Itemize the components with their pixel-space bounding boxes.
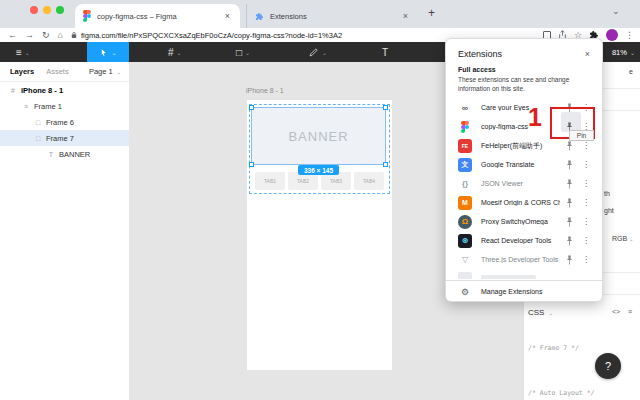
selection-handle[interactable] [383, 162, 388, 167]
layer-row-frame1[interactable]: ≡ Frame 1 [0, 98, 129, 114]
pin-button[interactable] [560, 194, 578, 212]
selection-handle[interactable] [383, 105, 388, 110]
reload-icon[interactable]: ↻ [42, 30, 50, 40]
home-icon[interactable]: ⌂ [58, 30, 63, 40]
pin-icon [565, 178, 574, 190]
tab-figma[interactable]: copy-figma-css – Figma × [75, 4, 240, 28]
layers-panel: Layers Assets Page 1 ⌄ # iPhone 8 - 1 ≡ … [0, 62, 130, 400]
clipped-extension-name [481, 275, 536, 280]
pin-tooltip: Pin [569, 130, 594, 141]
manage-extensions-button[interactable]: ⚙ Manage Extensions [446, 281, 602, 302]
css-section-header[interactable]: CSS ⌄ [528, 308, 553, 317]
color-mode-selector[interactable]: RGB ⌄ [612, 235, 633, 242]
layer-label: BANNER [59, 150, 90, 159]
puzzle-icon [255, 12, 264, 21]
tab1-element[interactable]: TAB1 [255, 172, 285, 190]
pin-button[interactable] [560, 175, 578, 193]
extension-name: Moesif Origin & CORS Changer [481, 199, 560, 206]
page-selector-label: Page 1 [89, 67, 113, 76]
full-access-description: These extensions can see and change info… [458, 76, 590, 93]
extension-menu-icon[interactable]: ⋮ [580, 255, 592, 264]
extension-menu-icon[interactable]: ⋮ [580, 217, 592, 226]
extension-row-switchyomega[interactable]: Ω Proxy SwitchyOmega ⋮ [446, 212, 602, 231]
css-comment: /* Frame 7 */ [528, 344, 579, 352]
frame-icon: □ [33, 119, 43, 126]
pin-icon [565, 159, 574, 171]
extension-row-moesif[interactable]: M Moesif Origin & CORS Changer ⋮ [446, 193, 602, 212]
back-icon[interactable]: ← [8, 30, 17, 40]
window-close-button[interactable] [30, 6, 38, 14]
pin-icon [565, 254, 574, 266]
extension-menu-icon[interactable]: ⋮ [580, 198, 592, 207]
layer-row-banner[interactable]: T BANNER [0, 146, 129, 162]
browser-menu-icon[interactable]: ⋮ [625, 30, 634, 40]
extension-name: Google Translate [481, 161, 560, 168]
tab-extensions[interactable]: Extensions × [246, 4, 418, 28]
extension-name: copy-figma-css [481, 123, 560, 130]
window-minimize-button[interactable] [43, 6, 51, 14]
switchyomega-icon: Ω [458, 215, 472, 229]
page-selector[interactable]: Page 1 ⌄ [89, 67, 121, 76]
fehelper-icon: FE [458, 139, 472, 153]
pin-button[interactable] [560, 156, 578, 174]
text-tool-button[interactable]: T [382, 42, 388, 62]
new-tab-button[interactable]: + [428, 7, 435, 19]
layer-label: Frame 7 [46, 134, 74, 143]
url-text: figma.com/file/nPxSPQCXCXsaZqEbF0oCzA/co… [81, 31, 342, 40]
code-view-icon[interactable]: <> [612, 308, 620, 315]
extension-menu-icon[interactable]: ⋮ [580, 141, 592, 150]
extension-row-threejs-devtools[interactable]: ▽ Three.js Developer Tools ⋮ [446, 250, 602, 269]
layer-row-frame7[interactable]: □ Frame 7 [0, 130, 129, 146]
frame-tool-button[interactable]: # ⌄ [168, 42, 182, 62]
close-tab-icon[interactable]: × [223, 11, 232, 21]
layer-row-frame6[interactable]: □ Frame 6 [0, 114, 129, 130]
layer-label: Frame 1 [34, 102, 62, 111]
text-layer-icon: T [46, 151, 56, 158]
window-zoom-button[interactable] [56, 6, 64, 14]
selection-handle[interactable] [249, 162, 254, 167]
tab4-element[interactable]: TAB4 [354, 172, 384, 190]
extension-name: FeHelper(前端助手) [481, 141, 560, 151]
figma-icon [83, 10, 91, 22]
chevron-down-icon: ⌄ [245, 49, 250, 56]
frame-title-label[interactable]: iPhone 8 - 1 [246, 87, 284, 94]
pin-button[interactable] [560, 213, 578, 231]
extension-row-react-devtools[interactable]: ⊛ React Developer Tools ⋮ [446, 231, 602, 250]
close-tab-icon[interactable]: × [401, 11, 410, 21]
main-menu-button[interactable]: ≡ ⌄ [16, 42, 30, 62]
pin-button[interactable] [560, 251, 578, 269]
forward-icon[interactable]: → [25, 30, 34, 40]
extension-menu-icon[interactable]: ⋮ [580, 236, 592, 245]
extensions-popup: Extensions × Full access These extension… [445, 38, 603, 302]
extension-menu-icon[interactable]: ⋮ [580, 179, 592, 188]
clipped-height-label: ght [604, 207, 614, 214]
zoom-level-control[interactable]: 81% ⌄ [612, 42, 635, 62]
tab-figma-title: copy-figma-css – Figma [97, 12, 223, 21]
extension-menu-icon[interactable]: ⋮ [580, 160, 592, 169]
tab-assets[interactable]: Assets [46, 67, 69, 76]
address-field[interactable]: figma.com/file/nPxSPQCXCXsaZqEbF0oCzA/co… [71, 30, 342, 41]
profile-avatar[interactable] [606, 29, 618, 41]
chevron-down-icon[interactable]: ⌄ [612, 6, 620, 16]
pen-tool-button[interactable]: ⌄ [308, 42, 327, 62]
extension-row-json-viewer[interactable]: {} JSON Viewer ⋮ [446, 174, 602, 193]
selection-handle[interactable] [249, 105, 254, 110]
extension-row-google-translate[interactable]: 文 Google Translate ⋮ [446, 155, 602, 174]
care-your-eyes-icon: ∞ [458, 101, 472, 115]
list-view-icon[interactable]: ≡ [628, 308, 632, 315]
menu-icon: ≡ [16, 47, 22, 58]
css-section-title: CSS [528, 308, 544, 317]
move-tool-button[interactable]: ⌄ [87, 42, 129, 62]
help-button[interactable]: ? [595, 353, 621, 379]
figma-icon [458, 120, 472, 134]
banner-element[interactable]: BANNER [251, 107, 386, 165]
layer-row-iphone[interactable]: # iPhone 8 - 1 [0, 82, 129, 98]
json-viewer-icon: {} [458, 177, 472, 191]
extension-name: JSON Viewer [481, 180, 560, 187]
extension-row-clipped [446, 269, 602, 279]
pin-button[interactable] [560, 232, 578, 250]
extension-name: Three.js Developer Tools [481, 256, 560, 263]
close-icon[interactable]: × [585, 49, 590, 59]
shape-tool-button[interactable]: □ ⌄ [236, 42, 250, 62]
tab-layers[interactable]: Layers [10, 67, 34, 76]
